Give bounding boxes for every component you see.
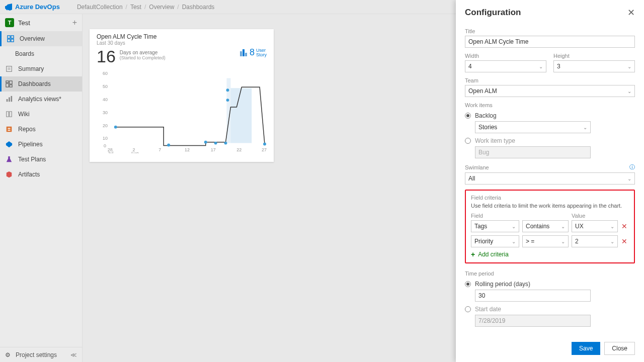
sidebar-item-wiki[interactable]: Wiki bbox=[0, 107, 82, 122]
collapse-sidebar-icon[interactable]: ≪ bbox=[70, 351, 77, 358]
sidebar-item-label: Pipelines bbox=[18, 141, 43, 148]
breadcrumb: DefaultCollection/ Test/ Overview/ Dashb… bbox=[77, 4, 215, 11]
criteria-row-1: Priority⌄ > =⌄ 2⌄ ✕ bbox=[471, 235, 629, 247]
svg-rect-4 bbox=[7, 66, 12, 72]
radio-backlog[interactable]: Backlog bbox=[465, 112, 635, 119]
crumb-0[interactable]: DefaultCollection bbox=[77, 4, 123, 11]
configuration-panel: Configuration ✕ Title Open ALM Cycle Tim… bbox=[456, 0, 644, 362]
sidebar-item-overview[interactable]: Overview bbox=[0, 31, 82, 46]
save-button[interactable]: Save bbox=[572, 342, 600, 355]
criteria-value-select[interactable]: UX⌄ bbox=[572, 220, 618, 232]
radio-label: Rolling period (days) bbox=[475, 281, 530, 288]
criteria-field-select[interactable]: Priority⌄ bbox=[471, 235, 519, 247]
svg-rect-7 bbox=[6, 81, 9, 83]
brand[interactable]: Azure DevOps bbox=[5, 3, 60, 11]
cycle-time-widget[interactable]: Open ALM Cycle Time Last 30 days 16 Days… bbox=[90, 29, 274, 162]
gear-icon: ⚙ bbox=[5, 351, 11, 358]
project-avatar: T bbox=[5, 18, 14, 27]
label-timeperiod: Time period bbox=[465, 270, 635, 277]
crumb-1[interactable]: Test bbox=[130, 4, 141, 11]
svg-rect-14 bbox=[240, 51, 242, 56]
swimlane-select[interactable]: All⌄ bbox=[465, 172, 635, 185]
svg-text:Aug: Aug bbox=[131, 151, 139, 153]
radio-label: Work item type bbox=[475, 137, 515, 144]
azure-devops-icon bbox=[5, 4, 12, 11]
svg-rect-8 bbox=[10, 81, 12, 84]
chevron-down-icon: ⌄ bbox=[627, 88, 631, 94]
add-criteria-label: Add criteria bbox=[478, 251, 509, 258]
rolling-days-input[interactable]: 30 bbox=[475, 290, 591, 302]
chevron-down-icon: ⌄ bbox=[627, 64, 631, 69]
analytics-icon bbox=[5, 95, 13, 103]
delete-criteria-icon[interactable]: ✕ bbox=[621, 222, 628, 230]
sidebar-item-summary[interactable]: Summary bbox=[0, 61, 82, 76]
radio-rolling[interactable]: Rolling period (days) bbox=[465, 281, 635, 288]
chevron-down-icon: ⌄ bbox=[610, 224, 614, 229]
close-button[interactable]: Close bbox=[604, 342, 635, 355]
col-value-label: Value bbox=[572, 213, 629, 219]
sidebar-item-boards[interactable]: Boards bbox=[0, 46, 82, 61]
wiki-icon bbox=[5, 110, 13, 118]
svg-text:20: 20 bbox=[103, 123, 108, 128]
startdate-input: 7/28/2019 bbox=[475, 315, 591, 327]
team-select[interactable]: Open ALM⌄ bbox=[465, 85, 635, 97]
sidebar-item-repos[interactable]: Repos bbox=[0, 122, 82, 137]
svg-text:22: 22 bbox=[236, 147, 242, 152]
criteria-field-select[interactable]: Tags⌄ bbox=[471, 220, 519, 232]
label-width: Width bbox=[465, 53, 546, 59]
pipelines-icon bbox=[5, 140, 13, 148]
sidebar-item-label: Dashboards bbox=[18, 80, 51, 87]
sidebar-item-analytics[interactable]: Analytics views* bbox=[0, 92, 82, 107]
radio-label: Backlog bbox=[475, 112, 497, 119]
svg-text:60: 60 bbox=[103, 71, 108, 76]
radio-off-icon bbox=[465, 306, 471, 312]
repos-icon bbox=[5, 125, 13, 133]
chevron-down-icon: ⌄ bbox=[512, 239, 516, 244]
criteria-value-select[interactable]: 2⌄ bbox=[572, 235, 618, 247]
width-select[interactable]: 4⌄ bbox=[465, 60, 546, 72]
radio-startdate[interactable]: Start date bbox=[465, 306, 635, 313]
project-settings[interactable]: ⚙ Project settings ≪ bbox=[0, 347, 82, 362]
sidebar-item-label: Repos bbox=[18, 126, 36, 133]
user-story-icon bbox=[240, 49, 248, 56]
title-input[interactable]: Open ALM Cycle Time bbox=[465, 36, 635, 48]
label-height: Height bbox=[553, 53, 635, 59]
fieldcriteria-help: Use field criteria to limit the work ite… bbox=[471, 203, 629, 209]
height-select[interactable]: 3⌄ bbox=[553, 60, 635, 72]
artifacts-icon bbox=[5, 170, 13, 178]
sidebar-item-dashboards[interactable]: Dashboards bbox=[0, 76, 82, 92]
criteria-row-0: Tags⌄ Contains⌄ UX⌄ ✕ bbox=[471, 220, 629, 232]
radio-workitemtype[interactable]: Work item type bbox=[465, 137, 635, 144]
brand-label: Azure DevOps bbox=[15, 3, 60, 11]
criteria-op-select[interactable]: Contains⌄ bbox=[522, 220, 569, 232]
criteria-op-select[interactable]: > =⌄ bbox=[522, 235, 569, 247]
badge-number: 8 bbox=[250, 47, 255, 58]
svg-point-35 bbox=[204, 141, 207, 144]
crumb-3[interactable]: Dashboards bbox=[182, 4, 215, 11]
close-icon[interactable]: ✕ bbox=[627, 7, 635, 18]
summary-icon bbox=[5, 65, 13, 73]
info-icon[interactable]: ⓘ bbox=[629, 163, 635, 171]
sidebar-item-artifacts[interactable]: Artifacts bbox=[0, 167, 82, 182]
testplans-icon bbox=[5, 155, 13, 163]
sidebar-item-testplans[interactable]: Test Plans bbox=[0, 152, 82, 167]
project-header[interactable]: T Test + bbox=[0, 14, 82, 31]
svg-text:7: 7 bbox=[158, 147, 161, 152]
svg-point-40 bbox=[263, 143, 266, 146]
add-criteria-button[interactable]: + Add criteria bbox=[471, 250, 629, 258]
widget-big-number: 16 bbox=[97, 48, 116, 65]
sidebar-item-label: Wiki bbox=[18, 111, 30, 118]
crumb-2[interactable]: Overview bbox=[149, 4, 174, 11]
svg-rect-1 bbox=[11, 36, 14, 38]
svg-text:40: 40 bbox=[103, 97, 108, 102]
backlog-select[interactable]: Stories⌄ bbox=[475, 121, 591, 133]
svg-text:50: 50 bbox=[103, 84, 108, 89]
plus-icon: + bbox=[471, 250, 475, 258]
widget-badge[interactable]: 8 UserStory bbox=[240, 47, 267, 58]
chevron-down-icon: ⌄ bbox=[627, 176, 631, 182]
add-project-icon[interactable]: + bbox=[72, 18, 77, 27]
svg-rect-13 bbox=[11, 96, 13, 102]
sidebar-item-pipelines[interactable]: Pipelines bbox=[0, 137, 82, 152]
widget-caption-1: Days on average bbox=[120, 50, 166, 55]
delete-criteria-icon[interactable]: ✕ bbox=[621, 237, 628, 245]
